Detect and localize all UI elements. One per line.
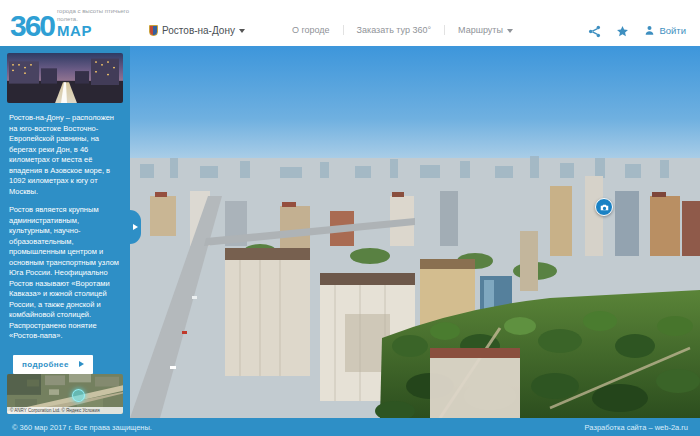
- logo-word: МАР: [57, 24, 141, 38]
- user-icon: [644, 25, 655, 36]
- city-selector[interactable]: Ростов-на-Дону: [149, 25, 245, 36]
- share-icon[interactable]: [588, 24, 601, 37]
- login-button[interactable]: Войти: [644, 25, 686, 36]
- nav-routes-label: Маршруты: [458, 25, 503, 35]
- arrow-right-icon: [79, 361, 84, 367]
- logo-360: 360: [10, 14, 54, 38]
- chevron-down-icon: [507, 29, 513, 33]
- minimap-attribution: © ANRY Corporation Ltd. © Яндекс Условия: [7, 407, 123, 414]
- city-night-photo: [7, 53, 123, 103]
- camera-icon: [600, 203, 609, 212]
- page: 360 города с высоты птичьего полета. МАР…: [0, 0, 700, 436]
- logo[interactable]: 360 города с высоты птичьего полета. МАР: [10, 8, 141, 38]
- main-area: Ростов-на-Дону – расположен на юго-восто…: [0, 46, 700, 418]
- about-paragraph-2: Ростов является крупным административным…: [9, 205, 121, 342]
- minimap[interactable]: © ANRY Corporation Ltd. © Яндекс Условия: [7, 374, 123, 414]
- main-nav: О городе Заказать тур 360° Маршруты: [279, 25, 526, 35]
- city-selector-label: Ростов-на-Дону: [162, 25, 235, 36]
- nav-about-city[interactable]: О городе: [279, 25, 343, 35]
- favorites-star-icon[interactable]: [616, 24, 629, 37]
- header-actions: Войти: [588, 24, 686, 37]
- chevron-down-icon: [239, 29, 245, 33]
- more-details-button[interactable]: подробнее: [13, 355, 93, 374]
- panorama-image: [130, 46, 700, 418]
- footer-developer-link[interactable]: Разработка сайта – web-2a.ru: [585, 423, 688, 432]
- city-info-sidebar: Ростов-на-Дону – расположен на юго-восто…: [0, 46, 130, 418]
- panorama-point-marker[interactable]: [595, 198, 613, 216]
- header: 360 города с высоты птичьего полета. МАР…: [0, 0, 700, 46]
- footer-copyright: © 360 мар 2017 г. Все права защищены.: [12, 423, 152, 432]
- about-paragraph-1: Ростов-на-Дону – расположен на юго-восто…: [9, 113, 121, 197]
- minimap-location-marker: [72, 389, 85, 402]
- footer: © 360 мар 2017 г. Все права защищены. Ра…: [0, 418, 700, 436]
- nav-order-tour[interactable]: Заказать тур 360°: [344, 25, 444, 35]
- logo-tagline: города с высоты птичьего полета.: [57, 8, 141, 23]
- panorama-view[interactable]: [130, 46, 700, 418]
- login-label: Войти: [659, 25, 686, 36]
- more-details-label: подробнее: [22, 360, 69, 369]
- coat-of-arms-icon: [149, 25, 158, 36]
- nav-routes[interactable]: Маршруты: [445, 25, 526, 35]
- arrow-right-icon: [133, 224, 138, 230]
